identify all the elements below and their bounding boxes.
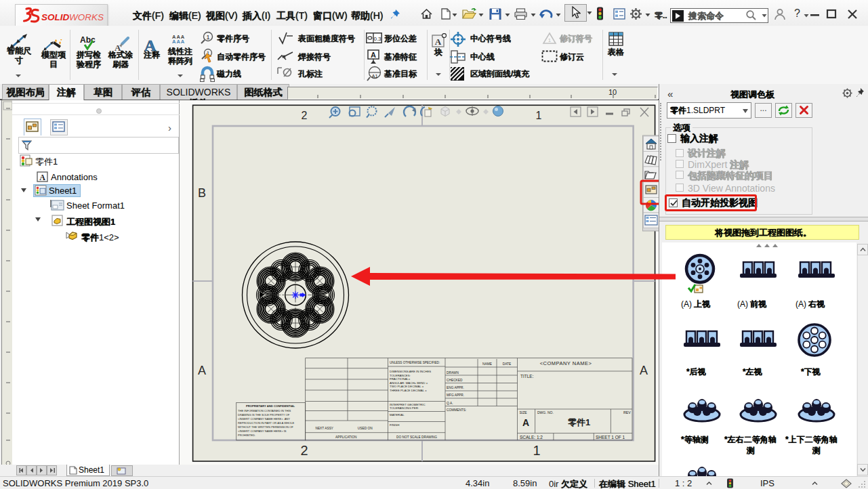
svg-text:APPLICATION: APPLICATION xyxy=(335,435,357,439)
svg-text:0.3: 0.3 xyxy=(373,36,381,42)
svg-text:A: A xyxy=(198,364,206,377)
svg-text:1: 1 xyxy=(533,443,540,458)
svg-text:MFG APPR.: MFG APPR. xyxy=(447,394,464,397)
svg-text:2: 2 xyxy=(302,110,308,121)
svg-text:REPRODUCTION IN PART OR AS A W: REPRODUCTION IN PART OR AS A WHOLE xyxy=(238,421,295,425)
svg-text:ENG APPR.: ENG APPR. xyxy=(447,386,464,389)
svg-text:MATERIAL: MATERIAL xyxy=(390,413,405,417)
svg-text:Q.A.: Q.A. xyxy=(447,402,453,405)
svg-text:<COMPANY NAME>: <COMPANY NAME> xyxy=(540,360,592,366)
svg-text:USED ON: USED ON xyxy=(358,427,373,430)
svg-text:SHEET 1 OF 1: SHEET 1 OF 1 xyxy=(596,435,625,440)
svg-text:DWG. NO.: DWG. NO. xyxy=(537,410,554,414)
svg-text:A: A xyxy=(435,37,442,47)
svg-text:CHECKED: CHECKED xyxy=(447,379,463,382)
svg-text:COMMENTS:: COMMENTS: xyxy=(447,408,466,412)
svg-text:NAME: NAME xyxy=(482,362,492,366)
svg-text:1: 1 xyxy=(548,37,552,43)
svg-text:B: B xyxy=(198,186,206,200)
svg-text:<INSERT COMPANY NAME HERE>. AN: <INSERT COMPANY NAME HERE>. ANY xyxy=(238,417,290,421)
svg-text:UNLESS OTHERWISE SPECIFIED:: UNLESS OTHERWISE SPECIFIED: xyxy=(390,361,440,364)
svg-text:AAA: AAA xyxy=(172,39,185,43)
svg-text:SIZE: SIZE xyxy=(520,410,528,414)
svg-text:TOLERANCING PER:: TOLERANCING PER: xyxy=(390,406,419,410)
svg-text:DO NOT SCALE DRAWING: DO NOT SCALE DRAWING xyxy=(396,435,437,439)
svg-text:A: A xyxy=(371,51,376,59)
svg-text:SOLID: SOLID xyxy=(41,12,70,22)
svg-text:THREE PLACE DECIMAL ±: THREE PLACE DECIMAL ± xyxy=(390,389,427,392)
svg-text:Abc: Abc xyxy=(80,35,96,45)
svg-text:TOLERANCES:: TOLERANCES: xyxy=(390,374,411,377)
svg-text:FRACTIONAL±: FRACTIONAL± xyxy=(390,377,411,381)
svg-text:<INSERT COMPANY NAME HERE> IS: <INSERT COMPANY NAME HERE> IS xyxy=(238,429,287,433)
svg-text:WORKS: WORKS xyxy=(69,12,104,22)
svg-text:SCALE: 1:2: SCALE: 1:2 xyxy=(520,435,543,440)
svg-text:PROPRIETARY AND CONFIDENTIAL: PROPRIETARY AND CONFIDENTIAL xyxy=(246,404,295,408)
svg-text:THE INFORMATION CONTAINED IN T: THE INFORMATION CONTAINED IN THIS xyxy=(238,409,291,412)
svg-text:FINISH: FINISH xyxy=(390,423,399,427)
svg-text:A: A xyxy=(39,173,45,182)
svg-text:TWO PLACE DECIMAL ±: TWO PLACE DECIMAL ± xyxy=(390,385,424,388)
svg-text:2: 2 xyxy=(300,443,308,458)
svg-text:ANGULAR: MACH± BEND ±: ANGULAR: MACH± BEND ± xyxy=(390,381,428,385)
svg-text:10: 10 xyxy=(608,88,617,96)
svg-text:零件1: 零件1 xyxy=(568,417,590,427)
svg-text:DRAWN: DRAWN xyxy=(447,371,459,375)
svg-text:DRAWING IS THE SOLE PROPERTY O: DRAWING IS THE SOLE PROPERTY OF xyxy=(238,413,290,417)
svg-text:DATE: DATE xyxy=(503,362,511,366)
svg-text:NEXT ASSY: NEXT ASSY xyxy=(315,427,333,430)
svg-text:PROHIBITED.: PROHIBITED. xyxy=(238,433,255,437)
svg-text:WITHOUT THE WRITTEN PERMISSION: WITHOUT THE WRITTEN PERMISSION OF xyxy=(238,425,293,429)
svg-text:DIMENSIONS ARE IN INCHES: DIMENSIONS ARE IN INCHES xyxy=(390,370,431,373)
svg-text:1: 1 xyxy=(206,34,209,41)
svg-text:1: 1 xyxy=(536,110,542,121)
svg-text:REV: REV xyxy=(623,410,631,414)
svg-text:A: A xyxy=(640,364,648,377)
svg-text:A: A xyxy=(522,417,529,428)
svg-text:A1: A1 xyxy=(371,73,377,79)
svg-text:TITLE:: TITLE: xyxy=(520,374,534,379)
